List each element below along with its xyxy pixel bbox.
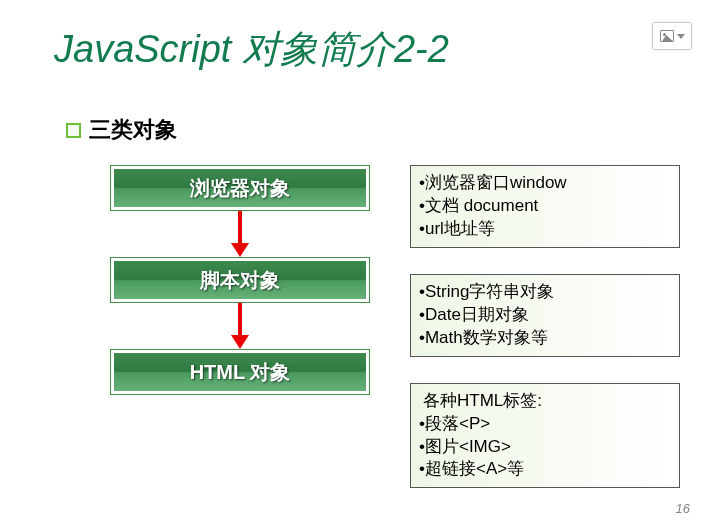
page-title: JavaScript 对象简介2-2 (54, 24, 714, 75)
infobox-item: 文档 document (419, 195, 671, 218)
image-dropdown-button[interactable] (652, 22, 692, 50)
infobox-item: Date日期对象 (419, 304, 671, 327)
infobox-item: 浏览器窗口window (419, 172, 671, 195)
bullet-icon (66, 123, 81, 138)
flow-node: 浏览器对象 (110, 165, 370, 211)
chevron-down-icon (677, 34, 685, 39)
flow-node: HTML 对象 (110, 349, 370, 395)
arrow-down (110, 303, 370, 349)
flow-node-label: HTML 对象 (114, 353, 366, 391)
infobox-item: 段落<P> (419, 413, 671, 436)
infobox-item: 图片<IMG> (419, 436, 671, 459)
infobox-item: String字符串对象 (419, 281, 671, 304)
image-icon (660, 30, 674, 42)
title-en: JavaScript (54, 28, 231, 70)
flow-node-label: 浏览器对象 (114, 169, 366, 207)
description-column: 浏览器窗口window 文档 document url地址等 String字符串… (410, 165, 680, 488)
page-number: 16 (676, 501, 690, 516)
flow-node-label: 脚本对象 (114, 261, 366, 299)
content-area: 浏览器对象 脚本对象 HTML 对象 浏览器窗口window 文档 docume… (0, 165, 714, 488)
title-cn: 对象简介2-2 (242, 28, 449, 70)
infobox-intro: 各种HTML标签: (423, 390, 671, 413)
infobox: String字符串对象 Date日期对象 Math数学对象等 (410, 274, 680, 357)
infobox-item: 超链接<A>等 (419, 458, 671, 481)
section-heading-text: 三类对象 (89, 115, 177, 145)
infobox: 浏览器窗口window 文档 document url地址等 (410, 165, 680, 248)
infobox-item: url地址等 (419, 218, 671, 241)
infobox: 各种HTML标签: 段落<P> 图片<IMG> 超链接<A>等 (410, 383, 680, 489)
arrow-down (110, 211, 370, 257)
infobox-item: Math数学对象等 (419, 327, 671, 350)
flow-column: 浏览器对象 脚本对象 HTML 对象 (0, 165, 410, 488)
section-heading: 三类对象 (66, 115, 714, 145)
flow-node: 脚本对象 (110, 257, 370, 303)
